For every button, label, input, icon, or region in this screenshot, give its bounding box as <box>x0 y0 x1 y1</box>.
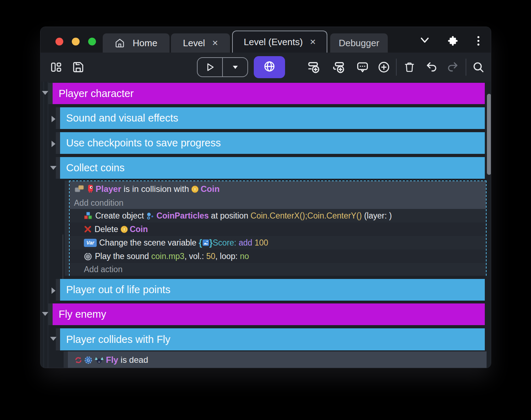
add-event-button[interactable] <box>306 59 322 75</box>
panels-layout-button[interactable] <box>48 59 64 75</box>
collapse-arrow[interactable] <box>50 337 57 341</box>
close-window-button[interactable] <box>55 38 63 45</box>
add-sub-event-button[interactable] <box>331 59 347 75</box>
events-sheet: Player character Sound and visual effect… <box>41 82 491 368</box>
event-drag-handle[interactable] <box>48 83 53 104</box>
action-row-create-object[interactable]: Create object CoinParticles at position … <box>70 209 486 222</box>
undo-button[interactable] <box>424 59 439 75</box>
extensions-puzzle-icon[interactable] <box>447 36 458 48</box>
save-button[interactable] <box>70 59 86 75</box>
event-drag-handle[interactable] <box>56 279 60 301</box>
close-tab-icon[interactable]: × <box>212 38 218 48</box>
group-label: Player out of life points <box>66 284 170 296</box>
action-row-play-sound[interactable]: Play the sound coin.mp3 , vol.: 50 , loo… <box>70 249 486 263</box>
group-row-out-of-life[interactable]: Player out of life points <box>60 279 485 301</box>
behavior-gear-icon: G <box>84 356 92 364</box>
expand-arrow[interactable] <box>52 287 55 294</box>
action-row-change-variable[interactable]: Var Change the scene variable { } Score … <box>70 236 486 249</box>
expression: Coin.CenterX();Coin.CenterY() <box>251 211 362 221</box>
operator: add <box>238 238 254 248</box>
tab-level[interactable]: Level × <box>171 33 230 53</box>
object-name: Player <box>96 184 121 194</box>
network-preview-button[interactable] <box>254 56 285 78</box>
action-row-delete[interactable]: Delete Coin <box>70 222 486 236</box>
expand-arrow[interactable] <box>52 116 55 122</box>
brace-open: { <box>199 238 202 248</box>
sound-file: coin.mp3 <box>151 252 184 261</box>
play-options-dropdown-button[interactable] <box>223 58 247 76</box>
toolbar <box>41 53 491 82</box>
coin-icon <box>191 185 199 193</box>
tab-level-events-label: Level (Events) <box>244 37 303 48</box>
delete-x-icon <box>84 225 92 233</box>
home-icon <box>115 38 125 48</box>
group-row-fly-enemy[interactable]: Fly enemy <box>53 303 485 325</box>
event-drag-handle[interactable] <box>56 107 60 129</box>
collapse-arrow[interactable] <box>42 312 48 316</box>
group-row-player-character[interactable]: Player character <box>53 83 485 104</box>
event-drag-handle[interactable] <box>48 303 53 325</box>
collapse-arrow[interactable] <box>42 91 48 95</box>
selected-event-block[interactable]: Player is in collision with Coin Add con… <box>69 181 487 276</box>
delete-button[interactable] <box>402 59 417 75</box>
app-window: Home Level × Level (Events) × Debugger <box>40 27 491 368</box>
chevron-down-icon[interactable] <box>419 36 430 46</box>
brace-close: } <box>209 238 213 248</box>
action-text: at position <box>209 211 251 221</box>
coin-icon <box>120 226 128 233</box>
variable-name: Score <box>213 238 234 248</box>
tab-home[interactable]: Home <box>103 33 170 53</box>
group-row-sound-fx[interactable]: Sound and visual effects <box>60 107 485 129</box>
search-button[interactable] <box>471 59 486 75</box>
event-drag-handle[interactable] <box>56 132 60 154</box>
group-row-collect-coins[interactable]: Collect coins <box>60 157 485 179</box>
create-object-cubes-icon <box>84 212 92 220</box>
collapse-arrow[interactable] <box>50 166 57 170</box>
add-condition-button[interactable]: Add condition <box>70 197 486 209</box>
condition-row-fly-dead[interactable]: G Fly is dead <box>68 351 487 368</box>
traffic-lights <box>55 38 96 45</box>
condition-row-collision[interactable]: Player is in collision with Coin <box>70 181 486 197</box>
minimize-window-button[interactable] <box>72 38 80 45</box>
play-button[interactable] <box>198 58 222 76</box>
more-vertical-icon[interactable] <box>474 36 483 48</box>
event-drag-handle[interactable] <box>65 181 69 276</box>
action-verb: Create object <box>95 211 146 221</box>
group-row-checkpoints[interactable]: Use checkpoints to save progress <box>60 132 485 154</box>
value: 50 <box>206 252 215 261</box>
player-sprite-icon <box>87 185 94 193</box>
group-row-player-collides-fly[interactable]: Player collides with Fly <box>60 328 485 350</box>
svg-text:G: G <box>87 358 90 363</box>
condition-text: is in collision with <box>121 184 191 194</box>
conditions-section: Player is in collision with Coin Add con… <box>70 181 486 209</box>
object-name: Fly <box>106 355 118 365</box>
toolbar-divider <box>396 59 397 76</box>
tab-debugger[interactable]: Debugger <box>330 33 388 53</box>
colon: : <box>234 238 239 248</box>
object-name: Coin <box>130 225 148 234</box>
action-text: , vol.: <box>184 252 206 261</box>
object-name: CoinParticles <box>156 211 209 221</box>
action-text: (layer: ) <box>362 211 392 221</box>
scrollbar-thumb[interactable] <box>487 94 491 175</box>
action-verb: Change the scene variable <box>99 238 199 248</box>
tab-level-events[interactable]: Level (Events) × <box>232 31 327 53</box>
add-action-button[interactable]: Add action <box>70 263 486 276</box>
add-comment-button[interactable] <box>355 59 370 75</box>
variable-image-icon <box>203 239 209 246</box>
close-tab-icon[interactable]: × <box>310 37 316 47</box>
expand-arrow[interactable] <box>52 141 55 147</box>
indent-guide <box>43 82 44 368</box>
maximize-window-button[interactable] <box>88 38 96 45</box>
event-drag-handle[interactable] <box>64 351 68 368</box>
value: no <box>240 252 249 261</box>
action-verb: Delete <box>95 225 120 234</box>
sound-speaker-icon <box>84 252 92 260</box>
tab-level-label: Level <box>183 38 205 49</box>
redo-button[interactable] <box>445 59 461 75</box>
particles-icon <box>146 212 155 220</box>
add-circle-button[interactable] <box>376 59 392 75</box>
indent-guide <box>48 82 48 368</box>
preview-play-split-button <box>197 57 248 77</box>
group-label: Player collides with Fly <box>66 334 170 345</box>
